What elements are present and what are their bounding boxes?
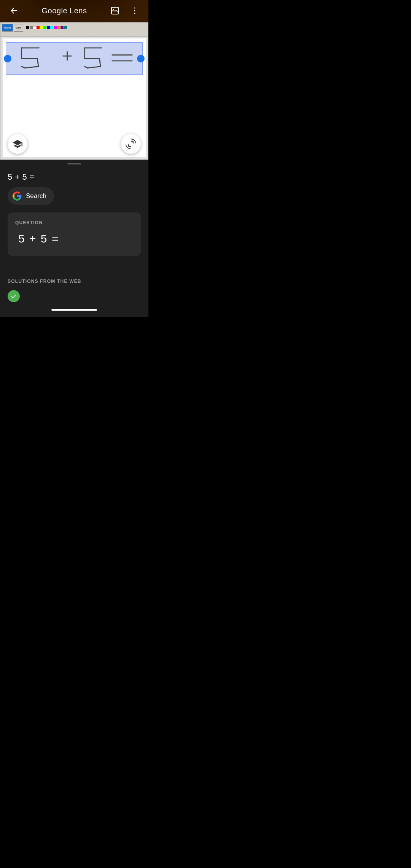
solution-check-icon xyxy=(10,293,17,300)
top-bar-actions xyxy=(107,3,142,18)
svg-point-3 xyxy=(134,10,135,11)
search-button-label: Search xyxy=(26,192,46,200)
bottom-sheet: 5 + 5 = Search QUESTION 5 + 5 = SOLUTION… xyxy=(0,160,148,305)
question-label: QUESTION xyxy=(15,220,133,225)
color-purple xyxy=(61,26,64,29)
svg-point-1 xyxy=(113,9,114,10)
search-button[interactable]: Search xyxy=(8,187,54,205)
svg-point-4 xyxy=(134,13,135,14)
color-white xyxy=(33,26,36,29)
ruler-marks xyxy=(3,35,145,35)
solutions-label: SOLUTIONS FROM THE WEB xyxy=(8,273,141,287)
toolbar-view: View xyxy=(14,24,23,32)
crop-fab[interactable] xyxy=(121,134,141,154)
color-red xyxy=(37,26,40,29)
app-title: Google Lens xyxy=(42,6,87,15)
selection-handle-left[interactable] xyxy=(4,55,11,62)
color-orange xyxy=(57,26,60,29)
drag-handle-area xyxy=(0,160,148,166)
color-blue xyxy=(47,26,50,29)
math-formula: 5 + 5 = xyxy=(15,231,133,247)
crop-rotate-icon xyxy=(126,139,136,149)
color-swatches xyxy=(26,26,67,29)
gallery-icon xyxy=(110,6,119,15)
question-card: QUESTION 5 + 5 = xyxy=(8,212,141,256)
ruler xyxy=(0,33,148,37)
back-button[interactable] xyxy=(6,3,21,18)
color-black xyxy=(26,26,29,29)
color-teal xyxy=(64,26,67,29)
more-options-button[interactable] xyxy=(127,3,142,18)
camera-viewfinder: Home View xyxy=(0,0,148,160)
recognized-text: 5 + 5 = xyxy=(8,166,141,187)
svg-point-2 xyxy=(134,8,135,9)
gallery-button[interactable] xyxy=(107,3,123,18)
selection-handle-right[interactable] xyxy=(137,55,145,62)
solution-preview-item[interactable] xyxy=(8,287,141,305)
drag-handle xyxy=(67,163,81,164)
color-gray xyxy=(30,26,33,29)
toolbar-home: Home xyxy=(2,24,13,32)
homework-fab[interactable] xyxy=(8,134,27,154)
color-green xyxy=(43,26,46,29)
fab-container xyxy=(0,134,148,154)
solution-site-icon xyxy=(8,290,20,302)
more-options-icon xyxy=(130,6,139,15)
color-magenta xyxy=(54,26,57,29)
paint-toolbar: Home View xyxy=(0,22,148,33)
selection-highlight xyxy=(6,42,143,75)
back-icon xyxy=(9,6,18,15)
color-yellow xyxy=(40,26,43,29)
color-cyan xyxy=(50,26,53,29)
home-indicator xyxy=(51,309,97,311)
google-g-icon xyxy=(12,191,22,201)
top-bar: Google Lens xyxy=(0,0,148,21)
solutions-section: SOLUTIONS FROM THE WEB xyxy=(0,273,148,305)
bottom-panel: 5 + 5 = Search QUESTION 5 + 5 = xyxy=(0,166,148,273)
bottom-nav-bar xyxy=(0,305,148,317)
math-handwriting xyxy=(6,43,142,74)
graduation-cap-icon xyxy=(12,139,23,149)
